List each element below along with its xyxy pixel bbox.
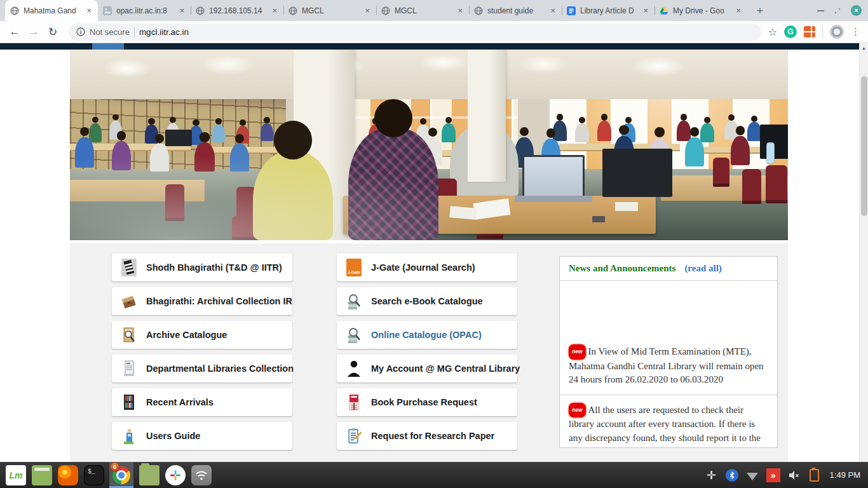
minimize-button[interactable] — [817, 10, 824, 11]
tab-close-icon[interactable]: × — [549, 6, 557, 15]
button-label: Users Guide — [146, 431, 200, 441]
terminal-launcher[interactable]: $_ — [84, 465, 104, 485]
button-label: Online Catalogue (OPAC) — [371, 330, 482, 340]
clipboard-pencil-icon — [346, 426, 362, 445]
battery-icon[interactable] — [808, 469, 821, 482]
network-signal-icon[interactable] — [746, 469, 759, 482]
users-guide-button[interactable]: Users Guide — [112, 422, 292, 450]
slack-tray-icon[interactable] — [705, 469, 718, 482]
tab-title: Library Article D — [580, 6, 637, 15]
browser-tab-bar: Mahatma Gand × opac.iitr.ac.in:8 × 192.1… — [0, 0, 868, 21]
scrollbar-thumb[interactable] — [861, 76, 867, 216]
departmental-libraries-button[interactable]: Departmental Libraries Collection — [112, 355, 292, 383]
button-column-right: J-Gate J-Gate (Journal Search) Search e-… — [337, 254, 517, 456]
globe-icon — [381, 6, 390, 15]
omnibox-divider — [134, 27, 135, 37]
mint-menu-button[interactable]: Lm — [6, 465, 26, 485]
forward-icon[interactable]: → — [25, 24, 42, 40]
anydesk-icon[interactable]: » — [766, 468, 780, 482]
show-desktop-button[interactable] — [32, 465, 52, 485]
docs-icon — [567, 6, 576, 15]
book-purchase-button[interactable]: Book Purchase Request — [337, 388, 517, 416]
mint-logo: Lm — [10, 470, 23, 480]
wifi-icon — [194, 468, 208, 482]
shodh-bhagirathi-button[interactable]: Shodh Bhagirathi (T&D @ IITR) — [112, 254, 292, 281]
tab-close-icon[interactable]: × — [271, 6, 278, 15]
globe-icon — [474, 6, 483, 15]
folder-icon — [141, 463, 149, 466]
jgate-button[interactable]: J-Gate J-Gate (Journal Search) — [337, 254, 517, 281]
chrome-launcher-active[interactable]: 6 — [109, 462, 133, 488]
button-label: Request for Research Paper — [371, 431, 494, 441]
archive-catalogue-button[interactable]: Archive Catalogue — [112, 321, 292, 349]
globe-icon — [196, 6, 205, 15]
extension-grid-icon[interactable] — [804, 26, 815, 37]
site-nav-active-item[interactable] — [92, 43, 124, 50]
research-paper-request-button[interactable]: Request for Research Paper — [337, 422, 517, 450]
news-title: News and Announcements — [569, 263, 675, 274]
tab-title: My Drive - Goo — [673, 6, 730, 15]
page-scrollbar[interactable]: ▲ — [859, 43, 868, 462]
tab-my-drive[interactable]: My Drive - Goo × — [654, 0, 747, 21]
tab-title: MGCL — [395, 6, 452, 15]
tab-close-icon[interactable]: × — [363, 6, 371, 15]
close-button[interactable]: × — [851, 5, 862, 16]
content-section: Shodh Bhagirathi (T&D @ IITR) Bhagirathi… — [70, 243, 788, 462]
browser-toolbar: ← → ↻ Not secure mgcl.iitr.ac.in ☆ G ⋮ — [0, 21, 868, 43]
tab-close-icon[interactable]: × — [642, 6, 649, 15]
tab-opac[interactable]: opac.iitr.ac.in:8 × — [98, 0, 191, 21]
restore-button[interactable] — [834, 8, 841, 14]
volume-muted-icon[interactable] — [788, 469, 801, 482]
profile-avatar[interactable] — [830, 25, 844, 39]
tab-close-icon[interactable]: × — [178, 6, 186, 15]
button-label: Recent Arrivals — [146, 397, 214, 407]
bookmark-star-icon[interactable]: ☆ — [768, 26, 777, 38]
firefox-launcher[interactable] — [58, 465, 78, 485]
book-magnifier-icon — [346, 292, 362, 311]
taskbar-clock[interactable]: 1:49 PM — [830, 470, 860, 480]
file-manager-launcher[interactable] — [139, 465, 159, 485]
tab-title: 192.168.105.14 — [209, 6, 266, 15]
button-label: Departmental Libraries Collection — [146, 363, 294, 374]
read-all-link[interactable]: (read all) — [684, 263, 721, 274]
drive-icon — [660, 6, 668, 15]
button-label: Bhagirathi: Archival Collection IR — [146, 296, 292, 306]
reload-icon[interactable]: ↻ — [44, 24, 61, 40]
new-tab-button[interactable]: + — [751, 2, 769, 20]
news-item-text: In View of Mid Term Examination (MTE), M… — [569, 346, 764, 384]
window-controls: × — [817, 0, 862, 21]
window-icon — [34, 468, 50, 471]
tab-mgcl-2[interactable]: MGCL × — [376, 0, 469, 21]
info-icon[interactable] — [76, 27, 85, 36]
terminal-icon: $_ — [88, 468, 95, 475]
opac-button[interactable]: Online Catalogue (OPAC) — [337, 321, 517, 349]
address-bar[interactable]: Not secure mgcl.iitr.ac.in — [69, 24, 761, 41]
tab-library-article[interactable]: Library Article D × — [562, 0, 654, 21]
browser-menu-icon[interactable]: ⋮ — [851, 26, 860, 37]
back-icon[interactable]: ← — [6, 24, 23, 40]
slack-launcher[interactable] — [165, 465, 186, 485]
tab-close-icon[interactable]: × — [735, 6, 742, 15]
tab-close-icon[interactable]: × — [456, 6, 464, 15]
toolbar-right: ☆ G ⋮ — [768, 25, 862, 39]
grammarly-extension-icon[interactable]: G — [784, 25, 797, 38]
my-account-button[interactable]: My Account @ MG Central Library — [337, 355, 517, 383]
recent-arrivals-button[interactable]: Recent Arrivals — [112, 388, 292, 416]
tab-mgcl-1[interactable]: MGCL × — [283, 0, 376, 21]
tab-ip-address[interactable]: 192.168.105.14 × — [191, 0, 283, 21]
taskbar: Lm $_ 6 » 1:49 PM — [0, 462, 868, 488]
new-badge: new — [569, 403, 586, 418]
tab-close-icon[interactable]: × — [85, 6, 93, 15]
hero-photo — [70, 50, 788, 240]
button-label: Archive Catalogue — [146, 330, 227, 340]
bluetooth-icon[interactable] — [726, 469, 738, 482]
ebook-catalogue-button[interactable]: Search e-Book Catalogue — [337, 287, 517, 315]
tab-student-guide[interactable]: student guide × — [469, 0, 562, 21]
globe-icon — [288, 6, 297, 15]
network-tool-launcher[interactable] — [191, 465, 212, 485]
bhagirathi-archival-button[interactable]: Bhagirathi: Archival Collection IR — [112, 287, 292, 315]
scroll-up-arrow[interactable]: ▲ — [860, 43, 868, 52]
jgate-icon: J-Gate — [346, 258, 362, 277]
tab-mahatma-gandhi[interactable]: Mahatma Gand × — [5, 0, 98, 21]
system-tray: » 1:49 PM — [705, 468, 868, 482]
